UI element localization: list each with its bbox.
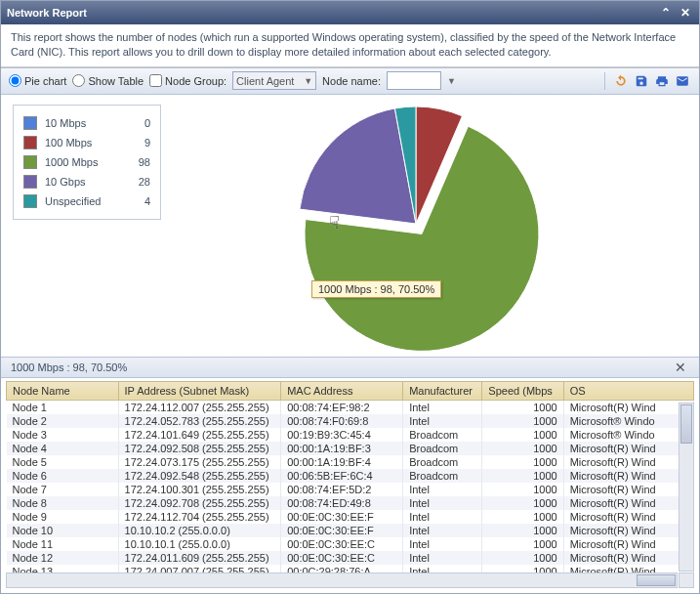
show-table-radio-input[interactable] xyxy=(72,74,85,87)
node-group-checkbox[interactable] xyxy=(149,74,162,87)
column-header[interactable]: MAC Address xyxy=(281,381,403,400)
table-cell: Microsoft(R) Wind xyxy=(563,442,693,455)
report-description: This report shows the number of nodes (w… xyxy=(1,24,699,67)
legend-label: Unspecified xyxy=(45,195,123,207)
legend-row[interactable]: 10 Mbps0 xyxy=(23,113,150,133)
table-cell: 00:00:1A:19:BF:3 xyxy=(281,442,403,455)
vertical-scrollbar[interactable] xyxy=(679,403,694,572)
legend-swatch xyxy=(23,155,37,169)
table-cell: Microsoft® Windo xyxy=(563,428,693,442)
table-row[interactable]: Node 5172.24.073.175 (255.255.255)00:00:… xyxy=(7,455,694,469)
column-header[interactable]: Node Name xyxy=(7,381,119,400)
table-cell: Broadcom xyxy=(403,455,482,469)
scrollbar-thumb[interactable] xyxy=(637,574,676,586)
scrollbar-corner xyxy=(679,573,694,588)
table-cell: 1000 xyxy=(482,414,563,428)
legend: 10 Mbps0100 Mbps91000 Mbps9810 Gbps28Uns… xyxy=(13,105,161,220)
table-cell: Node 1 xyxy=(7,400,119,414)
scrollbar-thumb[interactable] xyxy=(680,404,692,444)
table-row[interactable]: Node 4172.24.092.508 (255.255.255)00:00:… xyxy=(7,442,694,455)
legend-row[interactable]: 100 Mbps9 xyxy=(23,133,150,152)
horizontal-scrollbar[interactable] xyxy=(6,573,678,588)
table-row[interactable]: Node 12172.24.011.609 (255.255.255)00:0E… xyxy=(7,551,694,565)
chart-area: 10 Mbps0100 Mbps91000 Mbps9810 Gbps28Uns… xyxy=(1,95,699,357)
collapse-icon[interactable]: ⌃ xyxy=(658,5,674,21)
table-cell: Node 12 xyxy=(7,551,119,565)
node-name-dropdown-icon[interactable]: ▼ xyxy=(447,76,456,86)
table-cell: 1000 xyxy=(482,455,563,469)
legend-value: 0 xyxy=(131,117,150,129)
table-cell: 00:08:74:EF:98:2 xyxy=(281,400,403,414)
table-cell: Node 6 xyxy=(7,469,119,483)
table-cell: Intel xyxy=(403,496,482,510)
table-cell: 00:00:1A:19:BF:4 xyxy=(281,455,403,469)
pie-chart-radio[interactable]: Pie chart xyxy=(9,74,66,87)
table-cell: Microsoft(R) Wind xyxy=(563,400,693,414)
chevron-down-icon: ▼ xyxy=(304,76,312,86)
column-header[interactable]: Speed (Mbps xyxy=(482,381,563,400)
save-icon[interactable] xyxy=(633,72,650,90)
table-cell: 172.24.092.508 (255.255.255) xyxy=(118,442,281,455)
close-icon[interactable]: ✕ xyxy=(678,5,693,21)
show-table-radio[interactable]: Show Table xyxy=(72,74,144,87)
pie-chart[interactable] xyxy=(279,97,553,353)
window: Network Report ⌃ ✕ This report shows the… xyxy=(0,0,700,594)
legend-row[interactable]: 10 Gbps28 xyxy=(23,172,150,191)
print-icon[interactable] xyxy=(653,72,671,90)
table-row[interactable]: Node 1110.10.10.1 (255.0.0.0)00:0E:0C:30… xyxy=(7,537,694,551)
table-cell: 00:0E:0C:30:EE:F xyxy=(281,510,403,524)
column-header[interactable]: OS xyxy=(563,381,693,400)
table-row[interactable]: Node 8172.24.092.708 (255.255.255)00:08:… xyxy=(7,496,694,510)
grid-close-icon[interactable]: ✕ xyxy=(672,360,689,375)
table-row[interactable]: Node 1172.24.112.007 (255.255.255)00:08:… xyxy=(7,400,694,414)
column-header[interactable]: Manufacturer xyxy=(403,381,482,400)
table-cell: 1000 xyxy=(482,483,563,496)
legend-row[interactable]: Unspecified4 xyxy=(23,191,150,211)
table-cell: 172.24.011.609 (255.255.255) xyxy=(118,551,281,565)
legend-value: 28 xyxy=(131,176,150,188)
table-cell: 1000 xyxy=(482,496,563,510)
legend-label: 1000 Mbps xyxy=(45,156,123,168)
table-cell: 00:08:74:ED:49:8 xyxy=(281,496,403,510)
legend-label: 10 Gbps xyxy=(45,176,123,188)
table-cell: Microsoft® Windo xyxy=(563,414,693,428)
pie-chart-radio-input[interactable] xyxy=(9,74,21,87)
grid-body: Node NameIP Address (Subnet Mask)MAC Add… xyxy=(1,378,699,593)
node-group-check[interactable]: Node Group: xyxy=(149,74,226,87)
table-row[interactable]: Node 3172.24.101.649 (255.255.255)00:19:… xyxy=(7,428,694,442)
table-scroll[interactable]: Node NameIP Address (Subnet Mask)MAC Add… xyxy=(6,381,694,588)
table-cell: Broadcom xyxy=(403,442,482,455)
table-cell: Node 8 xyxy=(7,496,119,510)
node-group-value: Client Agent xyxy=(236,75,294,87)
legend-value: 4 xyxy=(131,195,150,207)
column-header[interactable]: IP Address (Subnet Mask) xyxy=(118,381,281,400)
legend-swatch xyxy=(23,136,37,149)
table-cell: Microsoft(R) Wind xyxy=(563,510,693,524)
refresh-icon[interactable] xyxy=(612,72,630,90)
legend-row[interactable]: 1000 Mbps98 xyxy=(23,152,150,172)
table-cell: 00:08:74:F0:69:8 xyxy=(281,414,403,428)
table-row[interactable]: Node 7172.24.100.301 (255.255.255)00:08:… xyxy=(7,483,694,496)
table-cell: Node 7 xyxy=(7,483,119,496)
table-row[interactable]: Node 2172.24.052.783 (255.255.255)00:08:… xyxy=(7,414,694,428)
table-row[interactable]: Node 9172.24.112.704 (255.255.255)00:0E:… xyxy=(7,510,694,524)
table-cell: Broadcom xyxy=(403,469,482,483)
email-icon[interactable] xyxy=(674,72,691,90)
node-group-select[interactable]: Client Agent ▼ xyxy=(232,71,316,90)
table-cell: Microsoft(R) Wind xyxy=(563,469,693,483)
table-cell: 172.24.092.708 (255.255.255) xyxy=(118,496,281,510)
table-cell: Microsoft(R) Wind xyxy=(563,537,693,551)
node-group-label: Node Group: xyxy=(165,75,226,87)
table-header-row: Node NameIP Address (Subnet Mask)MAC Add… xyxy=(7,381,694,400)
data-table: Node NameIP Address (Subnet Mask)MAC Add… xyxy=(6,381,694,578)
legend-value: 9 xyxy=(131,137,150,148)
node-name-input[interactable] xyxy=(387,71,441,90)
toolbar-right xyxy=(600,72,691,90)
toolbar: Pie chart Show Table Node Group: Client … xyxy=(1,67,699,95)
table-cell: 1000 xyxy=(482,442,563,455)
table-cell: Broadcom xyxy=(403,428,482,442)
table-row[interactable]: Node 1010.10.10.2 (255.0.0.0)00:0E:0C:30… xyxy=(7,524,694,537)
table-cell: 172.24.052.783 (255.255.255) xyxy=(118,414,281,428)
legend-value: 98 xyxy=(131,156,150,168)
table-row[interactable]: Node 6172.24.092.548 (255.255.255)00:06:… xyxy=(7,469,694,483)
